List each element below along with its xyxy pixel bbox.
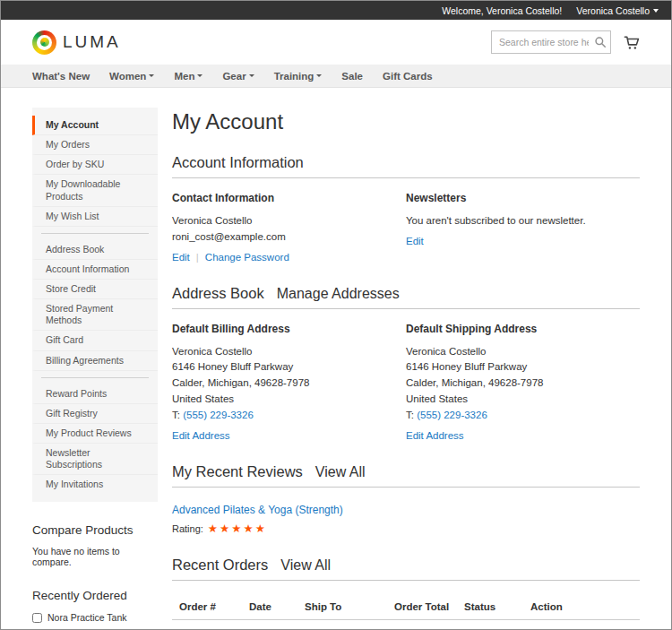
table-row: 000000004 10/15/19 Veronica Costello $47…: [172, 620, 640, 630]
column-header-order: Order #: [172, 594, 242, 620]
sidebar-item-newsletter-subscriptions[interactable]: Newsletter Subscriptions: [32, 444, 158, 475]
billing-country: United States: [172, 392, 393, 408]
sidebar-item-my-account[interactable]: My Account: [32, 116, 158, 135]
account-menu-label: Veronica Costello: [576, 5, 650, 16]
sidebar-item-my-orders[interactable]: My Orders: [32, 135, 158, 155]
manage-addresses-link[interactable]: Manage Addresses: [277, 286, 400, 302]
sidebar-item-my-invitations[interactable]: My Invitations: [32, 475, 158, 494]
newsletters-title: Newsletters: [406, 192, 627, 204]
shipping-address-content: Veronica Costello 6146 Honey Bluff Parkw…: [406, 344, 627, 424]
luma-logo-icon: [32, 30, 56, 55]
order-number: 000000004: [172, 620, 242, 630]
phone-label: T:: [172, 410, 180, 420]
rating-row: Rating: ★★★★★: [172, 523, 640, 535]
page: Welcome, Veronica Costello! Veronica Cos…: [0, 0, 672, 630]
sidebar-item-gift-registry[interactable]: Gift Registry: [32, 404, 158, 424]
sidebar-item-gift-card[interactable]: Gift Card: [32, 331, 158, 350]
sidebar-item-order-by-sku[interactable]: Order by SKU: [32, 155, 158, 175]
edit-newsletters-link[interactable]: Edit: [406, 236, 424, 246]
nav-label: Training: [274, 71, 314, 82]
edit-shipping-address-link[interactable]: Edit Address: [406, 430, 464, 441]
sidebar-item-stored-payment-methods[interactable]: Stored Payment Methods: [32, 299, 158, 331]
main-content: My Account Account Information Contact I…: [172, 108, 640, 630]
contact-information-title: Contact Information: [172, 192, 393, 204]
rating-label: Rating:: [172, 523, 203, 534]
account-information-header: Account Information: [172, 154, 640, 178]
order-actions: View Order|Reorder: [523, 620, 640, 630]
account-menu[interactable]: Veronica Costello: [576, 5, 659, 16]
content: My Account My Orders Order by SKU My Dow…: [1, 88, 671, 630]
default-billing-address-title: Default Billing Address: [172, 323, 393, 335]
recent-reviews-section: My Recent Reviews View All Advanced Pila…: [172, 463, 640, 535]
nav-label: Sale: [341, 71, 363, 82]
nav-item-whats-new[interactable]: What's New: [32, 71, 90, 82]
contact-information-actions: Edit|Change Password: [172, 252, 393, 263]
sidebar-item-billing-agreements[interactable]: Billing Agreements: [32, 351, 158, 371]
nav-item-sale[interactable]: Sale: [341, 71, 363, 82]
default-shipping-address-box: Default Shipping Address Veronica Costel…: [406, 323, 640, 441]
address-book-columns: Default Billing Address Veronica Costell…: [172, 323, 640, 441]
column-header-date: Date: [242, 594, 297, 620]
order-total: $47.22: [387, 620, 457, 630]
sidebar-item-my-product-reviews[interactable]: My Product Reviews: [32, 424, 158, 444]
order-ship-to: Veronica Costello: [297, 620, 387, 630]
column-header-order-total: Order Total: [387, 594, 457, 620]
nav-item-gift-cards[interactable]: Gift Cards: [383, 71, 433, 82]
account-information-section: Account Information Contact Information …: [172, 154, 640, 263]
billing-phone-link[interactable]: (555) 229-3326: [183, 410, 254, 420]
sidebar-item-store-credit[interactable]: Store Credit: [32, 280, 158, 299]
address-book-section: Address Book Manage Addresses Default Bi…: [172, 285, 640, 441]
header-right: [491, 30, 640, 54]
store-logo[interactable]: LUMA: [32, 30, 121, 55]
recent-reviews-header: My Recent Reviews View All: [172, 463, 640, 488]
search-input[interactable]: [491, 30, 611, 54]
nav-label: Men: [174, 71, 194, 82]
account-information-columns: Contact Information Veronica Costello ro…: [172, 192, 640, 263]
shipping-name: Veronica Costello: [406, 344, 627, 360]
reviewed-product-link[interactable]: Advanced Pilates & Yoga (Strength): [172, 504, 343, 516]
search-icon[interactable]: [594, 36, 607, 48]
orders-view-all-link[interactable]: View All: [280, 557, 331, 574]
account-nav: My Account My Orders Order by SKU My Dow…: [32, 108, 158, 502]
recent-reviews-title: My Recent Reviews: [172, 463, 303, 480]
edit-billing-address-link[interactable]: Edit Address: [172, 430, 230, 441]
order-status: Closed: [457, 620, 523, 630]
billing-phone-line: T: (555) 229-3326: [172, 408, 393, 424]
shipping-phone-line: T: (555) 229-3326: [406, 408, 627, 424]
recent-orders-table: Order # Date Ship To Order Total Status …: [172, 594, 640, 630]
reviews-view-all-link[interactable]: View All: [315, 464, 366, 480]
nav-item-women[interactable]: Women: [109, 71, 154, 82]
column-header-status: Status: [457, 594, 523, 620]
recently-ordered-block: Recently Ordered Nora Practice Tank Add …: [32, 589, 158, 630]
chevron-down-icon: [149, 74, 154, 77]
change-password-link[interactable]: Change Password: [205, 252, 289, 263]
recently-ordered-item[interactable]: Nora Practice Tank: [32, 612, 158, 623]
billing-address-actions: Edit Address: [172, 430, 393, 441]
separator: |: [196, 252, 199, 263]
sidebar-item-my-downloadable-products[interactable]: My Downloadable Products: [32, 175, 158, 206]
address-book-title: Address Book: [172, 285, 264, 302]
nav-item-training[interactable]: Training: [274, 71, 323, 82]
recently-ordered-item-label: Nora Practice Tank: [47, 612, 127, 623]
nav-label: What's New: [32, 71, 90, 82]
sidebar-item-my-wish-list[interactable]: My Wish List: [32, 207, 158, 227]
recent-orders-section: Recent Orders View All Order # Date Ship…: [172, 557, 640, 630]
shipping-phone-link[interactable]: (555) 229-3326: [417, 410, 487, 420]
sidebar-item-reward-points[interactable]: Reward Points: [32, 384, 158, 404]
edit-contact-link[interactable]: Edit: [172, 252, 190, 263]
nav-item-men[interactable]: Men: [174, 71, 202, 82]
logo-text: LUMA: [63, 32, 121, 52]
recently-ordered-item-checkbox[interactable]: [32, 613, 42, 623]
nav-item-gear[interactable]: Gear: [222, 71, 254, 82]
orders-header-row: Order # Date Ship To Order Total Status …: [172, 594, 640, 620]
sidebar-item-address-book[interactable]: Address Book: [32, 240, 158, 260]
newsletters-status: You aren't subscribed to our newsletter.: [406, 213, 627, 229]
compare-products-empty-message: You have no items to compare.: [32, 546, 158, 567]
sidebar-item-account-information[interactable]: Account Information: [32, 260, 158, 280]
cart-icon[interactable]: [623, 34, 640, 51]
sidebar-divider: [41, 233, 149, 234]
contact-name: Veronica Costello: [172, 213, 393, 229]
billing-city-line: Calder, Michigan, 49628-7978: [172, 375, 393, 392]
newsletters-actions: Edit: [406, 236, 627, 246]
compare-products-title: Compare Products: [32, 523, 158, 537]
